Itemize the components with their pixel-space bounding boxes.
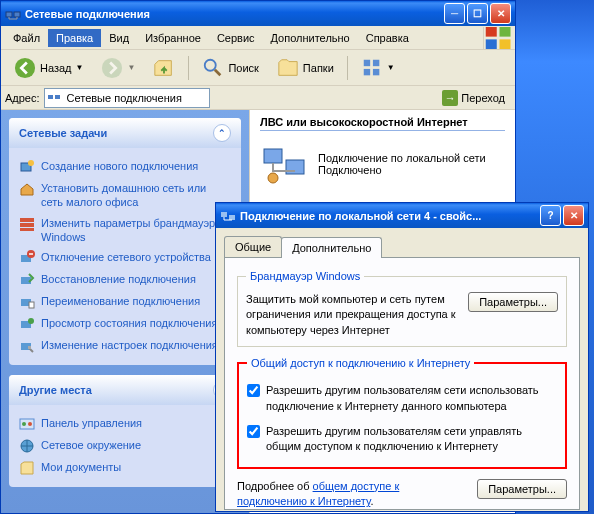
explorer-titlebar[interactable]: Сетевые подключения ─ ☐ ✕ xyxy=(1,1,515,26)
svg-rect-19 xyxy=(20,228,34,231)
network-tasks-header[interactable]: Сетевые задачи ⌃ xyxy=(9,118,241,148)
link-my-documents[interactable]: Мои документы xyxy=(19,457,231,479)
group-header: ЛВС или высокоскоростной Интернет xyxy=(250,110,515,130)
svg-rect-18 xyxy=(20,223,34,227)
task-firewall[interactable]: Изменить параметры брандмауэра Windows xyxy=(19,213,231,248)
connection-name: Подключение по локальной сети xyxy=(318,152,486,164)
documents-icon xyxy=(19,460,35,476)
tab-advanced[interactable]: Дополнительно xyxy=(281,237,382,258)
ics-control-label: Разрешить другим пользователям сети упра… xyxy=(266,424,557,455)
ics-settings-button[interactable]: Параметры... xyxy=(477,479,567,499)
menu-favorites[interactable]: Избранное xyxy=(137,29,209,47)
footer-text: Подробнее об общем доступе к подключению… xyxy=(237,479,469,510)
ics-control-checkbox[interactable] xyxy=(247,425,260,438)
dialog-body: Общие Дополнительно Брандмауэр Windows З… xyxy=(216,228,588,514)
go-button[interactable]: → Переход xyxy=(436,88,511,108)
task-setup-network[interactable]: Установить домашнюю сеть или сеть малого… xyxy=(19,178,231,213)
toolbar: Назад ▼ ▼ Поиск Папки ▼ xyxy=(1,50,515,86)
task-properties[interactable]: Изменение настроек подключения xyxy=(19,335,231,357)
search-button[interactable]: Поиск xyxy=(195,53,265,83)
dialog-title: Подключение по локальной сети 4 - свойс.… xyxy=(240,210,540,222)
collapse-icon: ⌃ xyxy=(213,124,231,142)
address-icon xyxy=(47,91,61,105)
other-places-header[interactable]: Другие места ⌃ xyxy=(9,375,241,405)
ics-allow-label: Разрешить другим пользователям сети испо… xyxy=(266,383,557,414)
svg-rect-24 xyxy=(29,302,34,308)
dialog-close-button[interactable]: ✕ xyxy=(563,205,584,226)
folders-button[interactable]: Папки xyxy=(270,53,341,83)
search-icon xyxy=(202,57,224,79)
window-title: Сетевые подключения xyxy=(25,8,444,20)
search-label: Поиск xyxy=(228,62,258,74)
views-button[interactable]: ▼ xyxy=(354,53,402,83)
svg-rect-1 xyxy=(14,12,20,17)
go-arrow-icon: → xyxy=(442,90,458,106)
task-repair[interactable]: Восстановление подключения xyxy=(19,269,231,291)
footer-text-1: Подробнее об xyxy=(237,480,313,492)
firewall-icon xyxy=(19,216,35,232)
task-label: Отключение сетевого устройства xyxy=(41,250,211,266)
disable-icon xyxy=(19,250,35,266)
ics-allow-checkbox[interactable] xyxy=(247,384,260,397)
rename-icon xyxy=(19,294,35,310)
toolbar-separator xyxy=(188,56,189,80)
menu-edit[interactable]: Правка xyxy=(48,29,101,47)
ics-control-checkbox-row[interactable]: Разрешить другим пользователям сети упра… xyxy=(247,424,557,455)
connection-status: Подключено xyxy=(318,164,486,176)
firewall-settings-button[interactable]: Параметры... xyxy=(468,292,558,312)
svg-point-30 xyxy=(22,422,26,426)
ics-allow-checkbox-row[interactable]: Разрешить другим пользователям сети испо… xyxy=(247,383,557,414)
menu-tools[interactable]: Сервис xyxy=(209,29,263,47)
connection-item[interactable]: Подключение по локальной сети Подключено xyxy=(250,139,515,189)
firewall-legend: Брандмауэр Windows xyxy=(246,270,364,282)
tab-content: Брандмауэр Windows Защитить мой компьюте… xyxy=(224,257,580,510)
back-icon xyxy=(14,57,36,79)
task-create-connection[interactable]: Создание нового подключения xyxy=(19,156,231,178)
menu-advanced[interactable]: Дополнительно xyxy=(263,29,358,47)
forward-button[interactable]: ▼ xyxy=(94,53,142,83)
dialog-titlebar[interactable]: Подключение по локальной сети 4 - свойс.… xyxy=(216,203,588,228)
task-rename[interactable]: Переименование подключения xyxy=(19,291,231,313)
address-input[interactable] xyxy=(44,88,210,108)
wizard-icon xyxy=(19,159,35,175)
svg-point-7 xyxy=(102,57,122,77)
link-label: Панель управления xyxy=(41,416,142,432)
folders-label: Папки xyxy=(303,62,334,74)
svg-rect-11 xyxy=(364,68,370,74)
task-disable[interactable]: Отключение сетевого устройства xyxy=(19,247,231,269)
link-control-panel[interactable]: Панель управления xyxy=(19,413,231,435)
help-button[interactable]: ? xyxy=(540,205,561,226)
task-status[interactable]: Просмотр состояния подключения xyxy=(19,313,231,335)
home-network-icon xyxy=(19,181,35,197)
svg-rect-36 xyxy=(221,212,227,217)
address-label: Адрес: xyxy=(5,92,40,104)
lan-connection-icon xyxy=(260,143,308,185)
svg-rect-33 xyxy=(264,149,282,163)
svg-rect-0 xyxy=(6,12,12,17)
menu-file[interactable]: Файл xyxy=(5,29,48,47)
minimize-button[interactable]: ─ xyxy=(444,3,465,24)
link-network-places[interactable]: Сетевое окружение xyxy=(19,435,231,457)
network-places-icon xyxy=(19,438,35,454)
go-label: Переход xyxy=(461,92,505,104)
menu-help[interactable]: Справка xyxy=(358,29,417,47)
task-label: Изменить параметры брандмауэра Windows xyxy=(41,216,231,245)
menubar: Файл Правка Вид Избранное Сервис Дополни… xyxy=(1,26,515,50)
other-places-body: Панель управления Сетевое окружение Мои … xyxy=(9,405,241,487)
forward-icon xyxy=(101,57,123,79)
network-tasks-panel: Сетевые задачи ⌃ Создание нового подключ… xyxy=(9,118,241,365)
svg-point-35 xyxy=(268,173,278,183)
close-button[interactable]: ✕ xyxy=(490,3,511,24)
repair-icon xyxy=(19,272,35,288)
back-button[interactable]: Назад ▼ xyxy=(7,53,90,83)
menu-view[interactable]: Вид xyxy=(101,29,137,47)
svg-point-31 xyxy=(28,422,32,426)
panel-title: Сетевые задачи xyxy=(19,127,107,139)
properties-dialog: Подключение по локальной сети 4 - свойс.… xyxy=(215,202,589,512)
svg-rect-37 xyxy=(229,215,235,220)
tab-general[interactable]: Общие xyxy=(224,236,282,257)
up-button[interactable] xyxy=(146,53,182,83)
footer-text-2: . xyxy=(370,495,373,507)
windows-flag-icon xyxy=(483,27,515,49)
maximize-button[interactable]: ☐ xyxy=(467,3,488,24)
